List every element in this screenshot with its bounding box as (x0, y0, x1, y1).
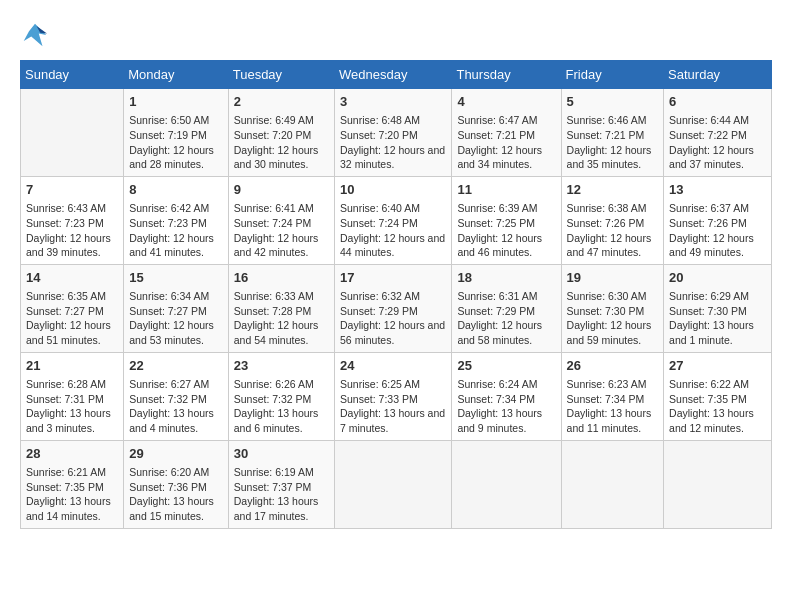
sunset-text: Sunset: 7:30 PM (567, 305, 645, 317)
calendar-cell: 11Sunrise: 6:39 AMSunset: 7:25 PMDayligh… (452, 176, 561, 264)
daylight-text: Daylight: 13 hours and 1 minute. (669, 319, 754, 346)
sunrise-text: Sunrise: 6:32 AM (340, 290, 420, 302)
sunset-text: Sunset: 7:28 PM (234, 305, 312, 317)
daylight-text: Daylight: 13 hours and 11 minutes. (567, 407, 652, 434)
calendar-cell: 3Sunrise: 6:48 AMSunset: 7:20 PMDaylight… (335, 89, 452, 177)
sunset-text: Sunset: 7:23 PM (129, 217, 207, 229)
daylight-text: Daylight: 13 hours and 4 minutes. (129, 407, 214, 434)
sunset-text: Sunset: 7:32 PM (129, 393, 207, 405)
calendar-cell: 6Sunrise: 6:44 AMSunset: 7:22 PMDaylight… (664, 89, 772, 177)
calendar-cell: 30Sunrise: 6:19 AMSunset: 7:37 PMDayligh… (228, 440, 334, 528)
day-number: 4 (457, 93, 555, 111)
day-number: 5 (567, 93, 659, 111)
daylight-text: Daylight: 12 hours and 54 minutes. (234, 319, 319, 346)
day-number: 28 (26, 445, 118, 463)
calendar-cell: 27Sunrise: 6:22 AMSunset: 7:35 PMDayligh… (664, 352, 772, 440)
calendar-week-row: 21Sunrise: 6:28 AMSunset: 7:31 PMDayligh… (21, 352, 772, 440)
sunrise-text: Sunrise: 6:29 AM (669, 290, 749, 302)
daylight-text: Daylight: 12 hours and 49 minutes. (669, 232, 754, 259)
sunrise-text: Sunrise: 6:34 AM (129, 290, 209, 302)
sunrise-text: Sunrise: 6:39 AM (457, 202, 537, 214)
calendar-week-row: 1Sunrise: 6:50 AMSunset: 7:19 PMDaylight… (21, 89, 772, 177)
sunset-text: Sunset: 7:36 PM (129, 481, 207, 493)
daylight-text: Daylight: 12 hours and 53 minutes. (129, 319, 214, 346)
sunrise-text: Sunrise: 6:48 AM (340, 114, 420, 126)
sunrise-text: Sunrise: 6:37 AM (669, 202, 749, 214)
calendar-week-row: 14Sunrise: 6:35 AMSunset: 7:27 PMDayligh… (21, 264, 772, 352)
sunrise-text: Sunrise: 6:40 AM (340, 202, 420, 214)
sunset-text: Sunset: 7:24 PM (234, 217, 312, 229)
daylight-text: Daylight: 12 hours and 39 minutes. (26, 232, 111, 259)
sunrise-text: Sunrise: 6:47 AM (457, 114, 537, 126)
daylight-text: Daylight: 12 hours and 32 minutes. (340, 144, 445, 171)
daylight-text: Daylight: 12 hours and 30 minutes. (234, 144, 319, 171)
sunset-text: Sunset: 7:34 PM (457, 393, 535, 405)
sunrise-text: Sunrise: 6:35 AM (26, 290, 106, 302)
sunset-text: Sunset: 7:31 PM (26, 393, 104, 405)
logo-icon (20, 20, 50, 50)
sunset-text: Sunset: 7:29 PM (340, 305, 418, 317)
day-number: 21 (26, 357, 118, 375)
day-number: 19 (567, 269, 659, 287)
day-number: 30 (234, 445, 329, 463)
daylight-text: Daylight: 13 hours and 9 minutes. (457, 407, 542, 434)
sunset-text: Sunset: 7:29 PM (457, 305, 535, 317)
daylight-text: Daylight: 12 hours and 44 minutes. (340, 232, 445, 259)
calendar-cell: 10Sunrise: 6:40 AMSunset: 7:24 PMDayligh… (335, 176, 452, 264)
sunrise-text: Sunrise: 6:46 AM (567, 114, 647, 126)
calendar-cell: 12Sunrise: 6:38 AMSunset: 7:26 PMDayligh… (561, 176, 664, 264)
calendar-cell (335, 440, 452, 528)
weekday-header-sunday: Sunday (21, 61, 124, 89)
daylight-text: Daylight: 13 hours and 12 minutes. (669, 407, 754, 434)
sunset-text: Sunset: 7:30 PM (669, 305, 747, 317)
weekday-header-thursday: Thursday (452, 61, 561, 89)
sunrise-text: Sunrise: 6:30 AM (567, 290, 647, 302)
day-number: 27 (669, 357, 766, 375)
calendar-cell: 8Sunrise: 6:42 AMSunset: 7:23 PMDaylight… (124, 176, 228, 264)
daylight-text: Daylight: 13 hours and 14 minutes. (26, 495, 111, 522)
day-number: 1 (129, 93, 222, 111)
daylight-text: Daylight: 12 hours and 56 minutes. (340, 319, 445, 346)
calendar-cell: 21Sunrise: 6:28 AMSunset: 7:31 PMDayligh… (21, 352, 124, 440)
calendar-cell: 1Sunrise: 6:50 AMSunset: 7:19 PMDaylight… (124, 89, 228, 177)
day-number: 15 (129, 269, 222, 287)
weekday-header-friday: Friday (561, 61, 664, 89)
sunrise-text: Sunrise: 6:31 AM (457, 290, 537, 302)
sunset-text: Sunset: 7:20 PM (234, 129, 312, 141)
day-number: 24 (340, 357, 446, 375)
daylight-text: Daylight: 12 hours and 46 minutes. (457, 232, 542, 259)
calendar-cell: 20Sunrise: 6:29 AMSunset: 7:30 PMDayligh… (664, 264, 772, 352)
calendar-cell (452, 440, 561, 528)
calendar-cell: 13Sunrise: 6:37 AMSunset: 7:26 PMDayligh… (664, 176, 772, 264)
daylight-text: Daylight: 12 hours and 51 minutes. (26, 319, 111, 346)
day-number: 9 (234, 181, 329, 199)
daylight-text: Daylight: 13 hours and 17 minutes. (234, 495, 319, 522)
daylight-text: Daylight: 12 hours and 28 minutes. (129, 144, 214, 171)
sunrise-text: Sunrise: 6:33 AM (234, 290, 314, 302)
daylight-text: Daylight: 12 hours and 42 minutes. (234, 232, 319, 259)
sunset-text: Sunset: 7:34 PM (567, 393, 645, 405)
sunset-text: Sunset: 7:21 PM (567, 129, 645, 141)
sunrise-text: Sunrise: 6:26 AM (234, 378, 314, 390)
calendar-cell: 23Sunrise: 6:26 AMSunset: 7:32 PMDayligh… (228, 352, 334, 440)
calendar-week-row: 28Sunrise: 6:21 AMSunset: 7:35 PMDayligh… (21, 440, 772, 528)
daylight-text: Daylight: 12 hours and 35 minutes. (567, 144, 652, 171)
sunrise-text: Sunrise: 6:27 AM (129, 378, 209, 390)
daylight-text: Daylight: 13 hours and 3 minutes. (26, 407, 111, 434)
daylight-text: Daylight: 13 hours and 6 minutes. (234, 407, 319, 434)
calendar-cell: 2Sunrise: 6:49 AMSunset: 7:20 PMDaylight… (228, 89, 334, 177)
sunset-text: Sunset: 7:21 PM (457, 129, 535, 141)
calendar-cell: 9Sunrise: 6:41 AMSunset: 7:24 PMDaylight… (228, 176, 334, 264)
calendar-cell: 7Sunrise: 6:43 AMSunset: 7:23 PMDaylight… (21, 176, 124, 264)
day-number: 3 (340, 93, 446, 111)
sunrise-text: Sunrise: 6:28 AM (26, 378, 106, 390)
calendar-cell: 5Sunrise: 6:46 AMSunset: 7:21 PMDaylight… (561, 89, 664, 177)
calendar-week-row: 7Sunrise: 6:43 AMSunset: 7:23 PMDaylight… (21, 176, 772, 264)
sunrise-text: Sunrise: 6:44 AM (669, 114, 749, 126)
sunset-text: Sunset: 7:26 PM (669, 217, 747, 229)
day-number: 10 (340, 181, 446, 199)
sunrise-text: Sunrise: 6:20 AM (129, 466, 209, 478)
day-number: 6 (669, 93, 766, 111)
sunset-text: Sunset: 7:27 PM (26, 305, 104, 317)
day-number: 20 (669, 269, 766, 287)
